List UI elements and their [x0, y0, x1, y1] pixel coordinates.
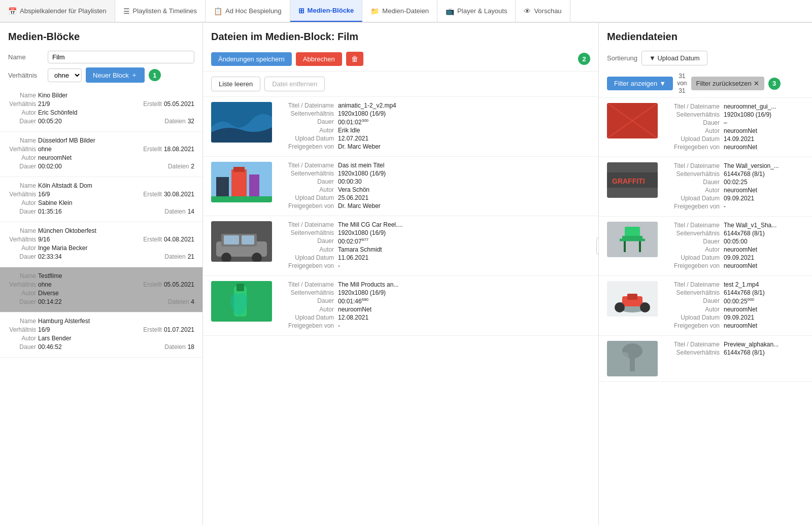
filter-show-button[interactable]: Filter anzeigen ▼ — [607, 77, 673, 90]
filter-reset-button[interactable]: Filter zurücksetzen ✕ — [691, 77, 764, 90]
svg-rect-5 — [211, 196, 272, 202]
detail-row: Upload Datum 12.07.2021 — [278, 135, 590, 142]
block-erstellt-field: Erstellt 05.05.2021 — [134, 281, 194, 288]
nav-abspielkalender[interactable]: 📅 Abspielkalender für Playlisten — [0, 0, 115, 22]
remove-file-button[interactable]: Datei entfernen — [264, 77, 325, 91]
detail-label: Freigegeben von — [664, 203, 720, 210]
sort-select[interactable]: ▼ Upload Datum — [641, 51, 707, 65]
block-dateien-field: Dateien 18 — [158, 343, 194, 351]
block-dauer-row: Dauer 00:05:20 Dateien 32 — [8, 118, 194, 125]
detail-row: Dauer 00:01:46680 — [278, 297, 590, 305]
detail-row: Freigegeben von - — [278, 262, 590, 269]
list-item[interactable]: Name Köln Altstadt & Dom Verhältnis 16/9… — [0, 177, 202, 222]
svg-rect-34 — [627, 294, 637, 300]
sort-label: Sortierung — [607, 54, 637, 62]
list-item[interactable]: Titel / Dateiname neuroomnet_gui_... Sei… — [599, 98, 812, 157]
list-item[interactable]: Name Kino Bilder Verhältnis 21/9 Erstell… — [0, 87, 202, 132]
block-row: Name Köln Altstadt & Dom — [8, 182, 194, 189]
nav-medien-dateien[interactable]: 📁 Medien-Dateien — [362, 0, 437, 22]
list-item[interactable]: Titel / Dateiname test 2_1.mp4 Seitenver… — [599, 276, 812, 336]
block-autor-field: Autor Lars Bender — [8, 335, 71, 342]
detail-row: Seitenverhältnis 6144x768 (8/1) — [664, 289, 804, 296]
autor-label: Autor — [8, 109, 36, 116]
detail-row: Seitenverhältnis 6144x768 (8/1) — [664, 170, 804, 178]
verhaeltnis-select[interactable]: ohne 16/9 9/16 4/3 1/1 — [48, 68, 82, 82]
list-item[interactable]: Titel / Dateiname The Mill CG Car Reel..… — [203, 216, 598, 276]
list-item[interactable]: Name Testfilme Verhältnis ohne Erstellt … — [0, 267, 202, 312]
list-item[interactable]: Titel / Dateiname Das ist mein Titel Sei… — [203, 157, 598, 216]
add-to-block-button[interactable]: « — [596, 237, 598, 255]
name-label: Name — [8, 53, 44, 61]
detail-value: 00:00:30 — [338, 178, 362, 185]
dateien-label: Dateien — [158, 208, 186, 215]
nav-player-layouts-label: Player & Layouts — [457, 7, 507, 15]
detail-label: Upload Datum — [664, 195, 720, 202]
svg-rect-12 — [224, 235, 239, 244]
list-item[interactable]: GRAFFITI Titel / Dateiname The Wall_vers… — [599, 157, 812, 217]
neuer-block-button[interactable]: Neuer Block ＋ — [86, 67, 145, 83]
delete-button[interactable]: 🗑 — [346, 52, 363, 66]
list-item[interactable]: Name Hamburg Alsterfest Verhältnis 16/9 … — [0, 312, 202, 358]
block-name-value: Testfilme — [38, 272, 62, 279]
media-details: Titel / Dateiname animatic_1-2_v2.mp4 Se… — [278, 102, 590, 151]
detail-label: Autor — [278, 127, 334, 134]
autor-value: Sabine Klein — [38, 199, 72, 206]
nav-vorschau[interactable]: 👁 Vorschau — [516, 0, 570, 22]
save-changes-button[interactable]: Änderungen speichern — [211, 52, 292, 66]
block-dauer-field: Dauer 00:46:52 — [8, 343, 62, 351]
right-panel-title: Mediendateien — [599, 23, 812, 47]
list-item[interactable]: Name München Oktoberfest Verhältnis 9/16… — [0, 222, 202, 267]
nav-adhoc[interactable]: 📋 Ad Hoc Bespielung — [206, 0, 290, 22]
list-item[interactable]: Titel / Dateiname animatic_1-2_v2.mp4 Se… — [203, 97, 598, 157]
detail-label: Dauer — [278, 118, 334, 126]
detail-label: Autor — [278, 306, 334, 313]
block-name-field: Name Düsseldorf MB Bilder — [8, 137, 95, 144]
list-item[interactable]: Titel / Dateiname The Mill Products an..… — [203, 276, 598, 336]
detail-row: Titel / Dateiname neuroomnet_gui_... — [664, 103, 804, 110]
detail-row: Titel / Dateiname The Wall_v1_Sha... — [664, 222, 804, 229]
list-item[interactable]: Name Düsseldorf MB Bilder Verhältnis ohn… — [0, 132, 202, 177]
clear-list-button[interactable]: Liste leeren — [211, 77, 260, 91]
erstellt-value: 01.07.2021 — [164, 326, 194, 333]
detail-value: Tamara Schmidt — [338, 246, 382, 253]
cancel-button[interactable]: Abbrechen — [296, 52, 342, 66]
block-verh-field: Verhältnis 16/9 — [8, 191, 50, 198]
thumbnail — [607, 281, 658, 317]
badge-1: 1 — [149, 69, 161, 81]
detail-label: Seitenverhältnis — [664, 289, 720, 296]
autor-value: Eric Schönfeld — [38, 109, 77, 116]
block-name-value: Köln Altstadt & Dom — [38, 182, 92, 189]
autor-label: Autor — [8, 290, 36, 297]
calendar-icon: 📅 — [8, 7, 17, 15]
dateien-label: Dateien — [161, 298, 189, 305]
detail-label: Upload Datum — [278, 254, 334, 261]
nav-player-layouts[interactable]: 📺 Player & Layouts — [437, 0, 516, 22]
nav-medien-bloecke-label: Medien-Blöcke — [308, 7, 354, 14]
detail-row: Seitenverhältnis 6144x768 (8/1) — [664, 349, 804, 356]
svg-point-38 — [621, 352, 629, 360]
filter-reset-label: Filter zurücksetzen — [696, 80, 752, 87]
detail-row: Autor neuroomNet — [664, 246, 804, 253]
nav-medien-dateien-label: Medien-Dateien — [382, 7, 429, 15]
svg-rect-6 — [233, 167, 245, 172]
detail-row: Titel / Dateiname The Mill CG Car Reel..… — [278, 221, 590, 228]
detail-label: Freigegeben von — [278, 262, 334, 269]
detail-label: Freigegeben von — [278, 143, 334, 150]
detail-value: Das ist mein Titel — [338, 162, 384, 169]
detail-label: Freigegeben von — [278, 322, 334, 329]
block-verh-field: Verhältnis ohne — [8, 146, 52, 153]
main-layout: Medien-Blöcke Name Verhältnis ohne 16/9 … — [0, 23, 812, 525]
erstellt-label: Erstellt — [134, 146, 162, 153]
detail-row: Titel / Dateiname Preview_alphakan... — [664, 341, 804, 348]
detail-row: Autor neuroomNet — [664, 127, 804, 134]
block-verh-field: Verhältnis 16/9 — [8, 326, 50, 333]
detail-label: Dauer — [664, 179, 720, 186]
list-item[interactable]: Titel / Dateiname Preview_alphakan... Se… — [599, 336, 812, 382]
block-autor-field: Autor neuroomNet — [8, 154, 72, 161]
nav-medien-bloecke[interactable]: ⊞ Medien-Blöcke — [290, 0, 363, 22]
nav-playlisten[interactable]: ☰ Playlisten & Timelines — [115, 0, 206, 22]
detail-label: Upload Datum — [664, 314, 720, 321]
detail-label: Dauer — [664, 238, 720, 245]
list-item[interactable]: Titel / Dateiname The Wall_v1_Sha... Sei… — [599, 217, 812, 276]
name-input[interactable] — [48, 51, 194, 63]
